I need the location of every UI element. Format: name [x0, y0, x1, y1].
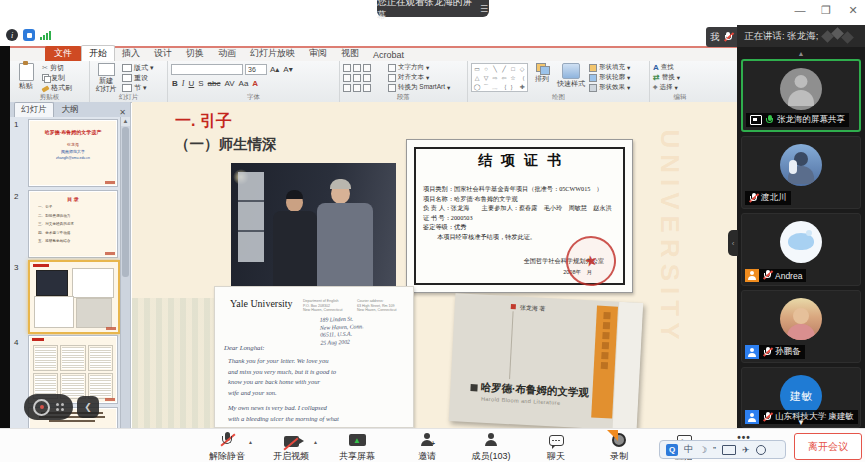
paste-button[interactable]: 粘贴: [13, 63, 39, 92]
ime-settings-icon[interactable]: [756, 445, 766, 455]
italic-button[interactable]: I: [181, 79, 186, 88]
encryption-shield-icon[interactable]: [23, 29, 35, 41]
scroll-up-icon[interactable]: ▲: [121, 117, 130, 126]
collapse-up-icon[interactable]: ▲: [737, 50, 865, 57]
book-cover: 张龙海 著 哈罗德·布鲁姆的文学观 Harold Bloom and Liter…: [449, 293, 643, 428]
ime-toolbar[interactable]: Q 中 ☽ ” ✈: [659, 440, 786, 459]
members-button[interactable]: 成员(103): [462, 432, 520, 462]
font-color-button[interactable]: A: [251, 79, 259, 88]
section-icon: [122, 84, 132, 92]
participant-tile-screenshare[interactable]: 张龙海的屏幕共享: [741, 59, 861, 132]
shadow-button[interactable]: S: [197, 79, 204, 88]
arrange-button[interactable]: 排列: [531, 63, 553, 92]
maximize-button[interactable]: ❐: [819, 4, 833, 17]
ppt-tab-view[interactable]: 视图: [334, 46, 366, 61]
minimize-button[interactable]: —: [793, 4, 807, 16]
new-slide-button[interactable]: 新建 幻灯片: [93, 63, 119, 92]
bullets-button[interactable]: [343, 63, 385, 72]
record-button[interactable]: 录制: [590, 432, 648, 462]
annotation-grid-icon[interactable]: [56, 403, 64, 411]
ppt-tab-slideshow[interactable]: 幻灯片放映: [243, 46, 302, 61]
annotation-toolbar[interactable]: ❮: [24, 394, 99, 420]
slide-title: 一. 引子: [175, 111, 232, 132]
underline-button[interactable]: U: [187, 79, 195, 88]
font-name-box[interactable]: [171, 64, 243, 75]
char-spacing-button[interactable]: AV: [223, 79, 235, 88]
share-screen-button[interactable]: ▲ 共享屏幕: [328, 432, 386, 462]
format-painter-button[interactable]: 格式刷: [42, 83, 72, 92]
quick-styles-button[interactable]: 快速样式: [556, 63, 586, 92]
banner-menu-icon[interactable]: ☰: [480, 4, 489, 14]
thumb4-pages: [33, 345, 113, 399]
change-case-button[interactable]: Aa: [238, 79, 250, 88]
shrink-font-button[interactable]: A▾: [282, 65, 293, 74]
indent-buttons[interactable]: [343, 73, 385, 82]
slide1-thumbnail[interactable]: 哈罗德·布鲁姆的文学遗产 张龙海 闽南师范大学 zhanglh@xmu.edu.…: [28, 119, 118, 187]
thumb1-logo: [105, 181, 115, 184]
grow-font-button[interactable]: A▴: [269, 65, 280, 74]
find-button[interactable]: A查找: [653, 63, 680, 72]
ime-plane-icon[interactable]: ✈: [742, 445, 750, 455]
slide2-thumbnail[interactable]: 目 录 一、引子 二、影响焦虑说动力 三、对文学经典的追求 四、学术坚守不动摇 …: [28, 190, 118, 258]
align-text-button[interactable]: 对齐文本 ▾: [388, 73, 450, 82]
shape-outline-button[interactable]: 形状轮廓 ▾: [589, 73, 630, 82]
text-direction-button[interactable]: 文字方向 ▾: [388, 63, 450, 72]
ime-lang-icon[interactable]: 中: [684, 443, 693, 456]
participant-tile-2[interactable]: 渡北川: [741, 136, 861, 209]
video-options-caret[interactable]: ▲: [313, 439, 318, 445]
viewer-banner[interactable]: 您正在观看张龙海的屏幕 ☰: [377, 0, 489, 17]
select-button[interactable]: ⌖选择 ▾: [653, 83, 680, 92]
layout-button[interactable]: 版式 ▾: [122, 63, 154, 72]
invite-button[interactable]: + 邀请: [398, 432, 456, 462]
section-button[interactable]: 节 ▾: [122, 83, 154, 92]
my-mic-status[interactable]: 我: [706, 27, 737, 47]
thumb4-logo: [105, 398, 115, 401]
participant-tile-3[interactable]: Andrea: [741, 213, 861, 286]
scroll-down-icon[interactable]: ▼: [737, 418, 865, 427]
panel-close-icon[interactable]: ✕: [119, 108, 126, 117]
panel-scrollbar[interactable]: ▲: [120, 117, 130, 428]
mic-muted-icon: [763, 347, 772, 358]
ppt-tab-review[interactable]: 审阅: [302, 46, 334, 61]
shape-effects-button[interactable]: 形状效果 ▾: [589, 83, 630, 92]
panel-tab-slides[interactable]: 幻灯片: [14, 102, 54, 117]
ime-keyboard-icon[interactable]: [722, 445, 736, 455]
scroll-thumb[interactable]: [122, 127, 129, 277]
meeting-info-icon[interactable]: i: [6, 29, 18, 41]
sidebar-collapse-handle[interactable]: ‹: [728, 230, 738, 256]
slide-watermark-text: UNIVERSITY: [653, 129, 684, 345]
laser-pointer-icon[interactable]: [33, 399, 50, 416]
bold-button[interactable]: B: [171, 79, 179, 88]
strikethrough-button[interactable]: abc: [207, 79, 222, 88]
ppt-tab-design[interactable]: 设计: [147, 46, 179, 61]
cut-button[interactable]: ✂剪切: [42, 63, 72, 72]
unmute-button[interactable]: 解除静音: [198, 432, 256, 462]
participant-tile-4[interactable]: 孙鹏备: [741, 290, 861, 363]
ppt-tab-animations[interactable]: 动画: [211, 46, 243, 61]
ppt-tab-home[interactable]: 开始: [81, 45, 115, 61]
panel-tab-outline[interactable]: 大纲: [56, 103, 85, 117]
mic-options-caret[interactable]: ▲: [248, 439, 253, 445]
shape-gallery[interactable]: ▭○╲╱□◇ △▽⇨⇦☆（ ◯⌒﹏｛｝✚: [471, 63, 528, 92]
replace-button[interactable]: ⇄替换 ▾: [653, 73, 680, 82]
reset-button[interactable]: 重设: [122, 73, 154, 82]
annotation-collapse-icon[interactable]: ❮: [77, 396, 99, 418]
copy-button[interactable]: 复制: [42, 73, 72, 82]
slide3-thumbnail-selected[interactable]: [28, 260, 120, 334]
ppt-tab-acrobat[interactable]: Acrobat: [366, 49, 411, 61]
font-size-box[interactable]: 36: [245, 64, 267, 75]
shape-fill-icon: [589, 64, 597, 72]
leave-meeting-button[interactable]: 离开会议: [794, 433, 862, 460]
chat-button[interactable]: 聊天: [527, 432, 585, 462]
align-buttons[interactable]: [343, 83, 385, 92]
smartart-button[interactable]: 转换为 SmartArt ▾: [388, 83, 450, 92]
ppt-file-tab[interactable]: 文件: [45, 46, 81, 61]
ime-quote-icon[interactable]: ”: [713, 445, 716, 455]
start-video-button[interactable]: 开启视频: [262, 432, 320, 462]
ime-moon-icon[interactable]: ☽: [699, 445, 707, 455]
ime-logo-icon[interactable]: Q: [666, 444, 678, 456]
ppt-tab-insert[interactable]: 插入: [115, 46, 147, 61]
ppt-tab-transitions[interactable]: 切换: [179, 46, 211, 61]
close-button[interactable]: ✕: [846, 4, 860, 17]
shape-fill-button[interactable]: 形状填充 ▾: [589, 63, 630, 72]
